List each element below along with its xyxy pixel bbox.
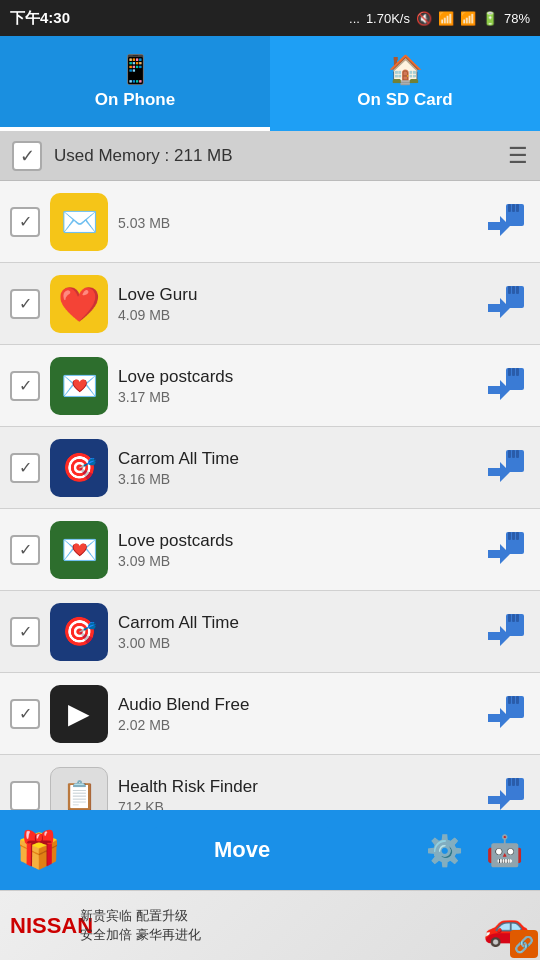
svg-rect-23 (516, 532, 519, 540)
bottom-icons: ⚙️ 🤖 (418, 824, 530, 876)
move-to-sd-icon-6 (484, 692, 528, 736)
app-icon-3: 🎯 (50, 439, 108, 497)
app-size-7: 712 KB (118, 799, 472, 811)
item-checkbox-2[interactable] (10, 371, 40, 401)
item-checkbox-1[interactable] (10, 289, 40, 319)
app-icon-4: 💌 (50, 521, 108, 579)
move-btn-2[interactable] (482, 362, 530, 410)
bottom-bar: 🎁 Move ⚙️ 🤖 (0, 810, 540, 890)
move-to-sd-icon-7 (484, 774, 528, 811)
settings-icon[interactable]: ⚙️ (418, 824, 470, 876)
app-size-6: 2.02 MB (118, 717, 472, 733)
phone-tab-icon: 📱 (118, 53, 153, 86)
tab-on-phone[interactable]: 📱 On Phone (0, 36, 270, 131)
move-btn-4[interactable] (482, 526, 530, 574)
header-menu-icon[interactable]: ☰ (508, 143, 528, 169)
list-item: 💌 Love postcards 3.17 MB (0, 345, 540, 427)
app-info-2: Love postcards 3.17 MB (118, 367, 472, 405)
mute-icon: 🔇 (416, 11, 432, 26)
sd-tab-icon: 🏠 (388, 53, 423, 86)
move-btn-1[interactable] (482, 280, 530, 328)
ad-brand: NISSAN (10, 913, 70, 939)
svg-rect-16 (508, 450, 511, 458)
ad-text: 新贵宾临 配置升级 安全加倍 豪华再进化 (80, 907, 473, 943)
app-icon-0: ✉️ (50, 193, 108, 251)
move-button[interactable]: Move (154, 827, 330, 873)
item-checkbox-0[interactable] (10, 207, 40, 237)
header-checkbox[interactable]: ✓ (12, 141, 42, 171)
item-checkbox-4[interactable] (10, 535, 40, 565)
ad-line2: 安全加倍 豪华再进化 (80, 926, 473, 944)
svg-rect-11 (508, 368, 511, 376)
battery-pct: 78% (504, 11, 530, 26)
ad-line1: 新贵宾临 配置升级 (80, 907, 473, 925)
app-info-0: 5.03 MB (118, 213, 472, 231)
svg-rect-28 (516, 614, 519, 622)
move-to-sd-icon-3 (484, 446, 528, 490)
svg-rect-6 (508, 286, 511, 294)
svg-rect-18 (516, 450, 519, 458)
ad-banner[interactable]: NISSAN 新贵宾临 配置升级 安全加倍 豪华再进化 🚗 🔗 (0, 890, 540, 960)
list-item: 🎯 Carrom All Time 3.16 MB (0, 427, 540, 509)
app-info-6: Audio Blend Free 2.02 MB (118, 695, 472, 733)
header-row: ✓ Used Memory : 211 MB ☰ (0, 131, 540, 181)
svg-rect-38 (516, 778, 519, 786)
app-size-4: 3.09 MB (118, 553, 472, 569)
tab-bar: 📱 On Phone 🏠 On SD Card (0, 36, 540, 131)
svg-rect-33 (516, 696, 519, 704)
svg-rect-17 (512, 450, 515, 458)
app-info-1: Love Guru 4.09 MB (118, 285, 472, 323)
app-size-2: 3.17 MB (118, 389, 472, 405)
signal-dots: ... (349, 11, 360, 26)
list-item: 🎯 Carrom All Time 3.00 MB (0, 591, 540, 673)
list-item: ▶ Audio Blend Free 2.02 MB (0, 673, 540, 755)
app-list: ✉️ 5.03 MB ❤️ Love Guru 4.09 MB (0, 181, 540, 810)
svg-rect-37 (512, 778, 515, 786)
item-checkbox-6[interactable] (10, 699, 40, 729)
move-btn-3[interactable] (482, 444, 530, 492)
move-btn-0[interactable] (482, 198, 530, 246)
move-to-sd-icon-5 (484, 610, 528, 654)
gift-icon[interactable]: 🎁 (10, 822, 66, 878)
list-item: 💌 Love postcards 3.09 MB (0, 509, 540, 591)
tab-on-phone-label: On Phone (95, 90, 175, 110)
app-size-0: 5.03 MB (118, 215, 472, 231)
svg-rect-32 (512, 696, 515, 704)
app-size-3: 3.16 MB (118, 471, 472, 487)
item-checkbox-5[interactable] (10, 617, 40, 647)
tab-on-sd[interactable]: 🏠 On SD Card (270, 36, 540, 131)
ad-corner-icon: 🔗 (510, 930, 538, 958)
svg-rect-13 (516, 368, 519, 376)
app-name-5: Carrom All Time (118, 613, 472, 633)
item-checkbox-3[interactable] (10, 453, 40, 483)
app-name-4: Love postcards (118, 531, 472, 551)
signal-icon: 📶 (460, 11, 476, 26)
svg-rect-3 (516, 204, 519, 212)
list-item: ❤️ Love Guru 4.09 MB (0, 263, 540, 345)
app-info-5: Carrom All Time 3.00 MB (118, 613, 472, 651)
status-bar: 下午4:30 ... 1.70K/s 🔇 📶 📶 🔋 78% (0, 0, 540, 36)
app-size-5: 3.00 MB (118, 635, 472, 651)
move-btn-5[interactable] (482, 608, 530, 656)
app-name-7: Health Risk Finder (118, 777, 472, 797)
app-name-6: Audio Blend Free (118, 695, 472, 715)
app-info-7: Health Risk Finder 712 KB (118, 777, 472, 811)
move-btn-6[interactable] (482, 690, 530, 738)
ad-content: NISSAN 新贵宾临 配置升级 安全加倍 豪华再进化 🚗 🔗 (0, 891, 540, 960)
network-speed: 1.70K/s (366, 11, 410, 26)
move-to-sd-icon-1 (484, 282, 528, 326)
app-icon-7: 📋 (50, 767, 108, 811)
battery-icon: 🔋 (482, 11, 498, 26)
move-btn-7[interactable] (482, 772, 530, 811)
svg-rect-2 (512, 204, 515, 212)
tab-on-sd-label: On SD Card (357, 90, 452, 110)
svg-rect-8 (516, 286, 519, 294)
app-name-1: Love Guru (118, 285, 472, 305)
svg-rect-31 (508, 696, 511, 704)
android-icon[interactable]: 🤖 (478, 824, 530, 876)
move-to-sd-icon-0 (484, 200, 528, 244)
item-checkbox-7[interactable] (10, 781, 40, 811)
app-info-4: Love postcards 3.09 MB (118, 531, 472, 569)
status-time: 下午4:30 (10, 9, 70, 28)
svg-rect-36 (508, 778, 511, 786)
